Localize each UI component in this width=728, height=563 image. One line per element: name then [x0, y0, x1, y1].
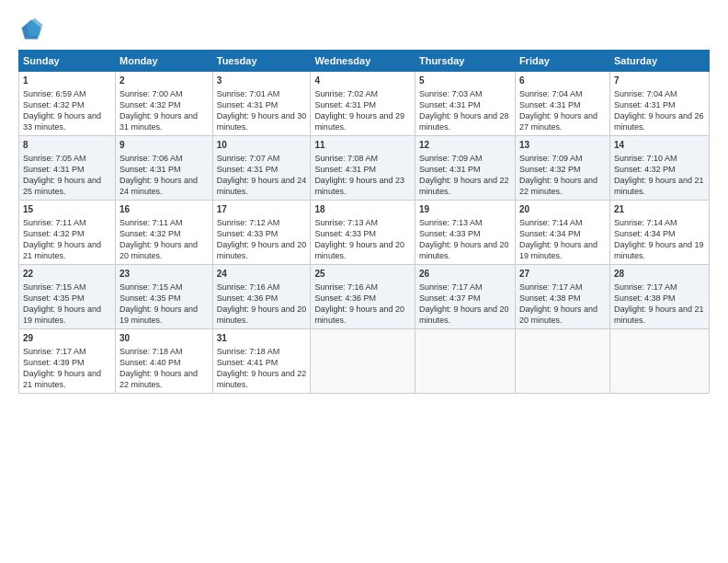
calendar-cell: 12Sunrise: 7:09 AMSunset: 4:31 PMDayligh…: [415, 136, 515, 201]
day-number: 16: [119, 203, 209, 216]
sunrise-label: Sunrise: 7:17 AM: [519, 282, 583, 292]
sunset-label: Sunset: 4:37 PM: [419, 293, 481, 303]
sunset-label: Sunset: 4:36 PM: [314, 293, 376, 303]
day-number: 12: [419, 139, 511, 152]
daylight-label: Daylight: 9 hours and 26 minutes.: [614, 111, 704, 132]
sunrise-label: Sunrise: 7:08 AM: [314, 154, 378, 163]
daylight-label: Daylight: 9 hours and 20 minutes.: [217, 304, 307, 325]
daylight-label: Daylight: 9 hours and 19 minutes.: [519, 240, 597, 260]
sunset-label: Sunset: 4:36 PM: [217, 293, 279, 303]
sunset-label: Sunset: 4:31 PM: [419, 165, 481, 174]
sunset-label: Sunset: 4:33 PM: [314, 229, 376, 238]
sunset-label: Sunset: 4:32 PM: [614, 165, 676, 174]
sunrise-label: Sunrise: 7:15 AM: [119, 282, 183, 292]
sunrise-label: Sunrise: 7:13 AM: [419, 218, 483, 227]
calendar-cell: 10Sunrise: 7:07 AMSunset: 4:31 PMDayligh…: [212, 136, 311, 201]
sunset-label: Sunset: 4:38 PM: [519, 293, 581, 303]
calendar-cell: [515, 329, 609, 394]
day-number: 17: [217, 203, 307, 216]
day-number: 22: [23, 268, 111, 281]
calendar-cell: 9Sunrise: 7:06 AMSunset: 4:31 PMDaylight…: [116, 136, 213, 201]
calendar-cell: 23Sunrise: 7:15 AMSunset: 4:35 PMDayligh…: [116, 265, 213, 329]
sunset-label: Sunset: 4:31 PM: [119, 165, 181, 174]
sunrise-label: Sunrise: 7:05 AM: [23, 154, 86, 163]
sunset-label: Sunset: 4:31 PM: [419, 100, 481, 109]
sunset-label: Sunset: 4:31 PM: [314, 165, 376, 174]
day-number: 9: [119, 139, 209, 152]
calendar-header: SundayMondayTuesdayWednesdayThursdayFrid…: [19, 51, 710, 72]
sunset-label: Sunset: 4:31 PM: [217, 165, 279, 174]
day-number: 2: [119, 75, 209, 87]
calendar-cell: 20Sunrise: 7:14 AMSunset: 4:34 PMDayligh…: [515, 201, 609, 265]
daylight-label: Daylight: 9 hours and 20 minutes.: [419, 304, 509, 325]
sunset-label: Sunset: 4:32 PM: [23, 229, 85, 238]
daylight-label: Daylight: 9 hours and 31 minutes.: [119, 111, 198, 132]
daylight-label: Daylight: 9 hours and 28 minutes.: [419, 111, 509, 132]
sunset-label: Sunset: 4:31 PM: [23, 165, 85, 174]
sunrise-label: Sunrise: 7:17 AM: [23, 347, 86, 356]
sunset-label: Sunset: 4:31 PM: [314, 100, 376, 109]
calendar-cell: 3Sunrise: 7:01 AMSunset: 4:31 PMDaylight…: [212, 72, 311, 136]
daylight-label: Daylight: 9 hours and 24 minutes.: [217, 176, 307, 196]
calendar-cell: 30Sunrise: 7:18 AMSunset: 4:40 PMDayligh…: [116, 329, 213, 394]
sunrise-label: Sunrise: 7:07 AM: [217, 154, 280, 163]
day-number: 23: [119, 268, 209, 281]
sunset-label: Sunset: 4:35 PM: [23, 293, 85, 303]
calendar-cell: 28Sunrise: 7:17 AMSunset: 4:38 PMDayligh…: [609, 265, 709, 329]
calendar-cell: 7Sunrise: 7:04 AMSunset: 4:31 PMDaylight…: [609, 72, 709, 136]
daylight-label: Daylight: 9 hours and 19 minutes.: [119, 304, 198, 325]
calendar-cell: 18Sunrise: 7:13 AMSunset: 4:33 PMDayligh…: [311, 201, 415, 265]
calendar-cell: 21Sunrise: 7:14 AMSunset: 4:34 PMDayligh…: [609, 201, 709, 265]
day-number: 7: [614, 75, 705, 87]
sunset-label: Sunset: 4:34 PM: [614, 229, 676, 238]
daylight-label: Daylight: 9 hours and 23 minutes.: [314, 176, 404, 196]
calendar-cell: 16Sunrise: 7:11 AMSunset: 4:32 PMDayligh…: [116, 201, 213, 265]
day-number: 1: [23, 75, 111, 87]
day-number: 28: [614, 268, 705, 281]
day-number: 13: [519, 139, 606, 152]
daylight-label: Daylight: 9 hours and 22 minutes.: [419, 176, 509, 196]
calendar-cell: 15Sunrise: 7:11 AMSunset: 4:32 PMDayligh…: [19, 201, 116, 265]
sunrise-label: Sunrise: 7:00 AM: [119, 89, 183, 98]
day-number: 31: [217, 332, 307, 345]
sunrise-label: Sunrise: 7:18 AM: [119, 347, 183, 356]
week-row-5: 29Sunrise: 7:17 AMSunset: 4:39 PMDayligh…: [19, 329, 710, 394]
daylight-label: Daylight: 9 hours and 20 minutes.: [119, 240, 198, 260]
day-number: 8: [23, 139, 111, 152]
daylight-label: Daylight: 9 hours and 33 minutes.: [23, 111, 101, 132]
sunset-label: Sunset: 4:35 PM: [119, 293, 181, 303]
day-number: 29: [23, 332, 111, 345]
day-number: 27: [519, 268, 606, 281]
sunset-label: Sunset: 4:39 PM: [23, 358, 85, 367]
col-header-tuesday: Tuesday: [212, 51, 311, 72]
daylight-label: Daylight: 9 hours and 22 minutes.: [519, 176, 597, 196]
day-number: 26: [419, 268, 511, 281]
day-number: 10: [217, 139, 307, 152]
calendar-cell: 17Sunrise: 7:12 AMSunset: 4:33 PMDayligh…: [212, 201, 311, 265]
sunrise-label: Sunrise: 7:09 AM: [419, 154, 483, 163]
day-number: 18: [314, 203, 411, 216]
col-header-saturday: Saturday: [609, 51, 709, 72]
sunrise-label: Sunrise: 7:11 AM: [119, 218, 183, 227]
sunset-label: Sunset: 4:41 PM: [217, 358, 279, 367]
calendar-cell: 11Sunrise: 7:08 AMSunset: 4:31 PMDayligh…: [311, 136, 415, 201]
calendar-cell: 25Sunrise: 7:16 AMSunset: 4:36 PMDayligh…: [311, 265, 415, 329]
sunrise-label: Sunrise: 7:10 AM: [614, 154, 677, 163]
calendar-cell: 27Sunrise: 7:17 AMSunset: 4:38 PMDayligh…: [515, 265, 609, 329]
calendar-cell: [415, 329, 515, 394]
daylight-label: Daylight: 9 hours and 24 minutes.: [119, 176, 198, 196]
sunrise-label: Sunrise: 7:14 AM: [519, 218, 583, 227]
day-number: 25: [314, 268, 411, 281]
daylight-label: Daylight: 9 hours and 21 minutes.: [614, 304, 704, 325]
daylight-label: Daylight: 9 hours and 30 minutes.: [217, 111, 307, 132]
week-row-3: 15Sunrise: 7:11 AMSunset: 4:32 PMDayligh…: [19, 201, 710, 265]
daylight-label: Daylight: 9 hours and 27 minutes.: [519, 111, 597, 132]
day-number: 15: [23, 203, 111, 216]
daylight-label: Daylight: 9 hours and 25 minutes.: [23, 176, 101, 196]
sunrise-label: Sunrise: 7:02 AM: [314, 89, 378, 98]
col-header-friday: Friday: [515, 51, 609, 72]
sunrise-label: Sunrise: 7:17 AM: [419, 282, 483, 292]
day-number: 4: [314, 75, 411, 87]
calendar-body: 1Sunrise: 6:59 AMSunset: 4:32 PMDaylight…: [19, 72, 710, 394]
week-row-2: 8Sunrise: 7:05 AMSunset: 4:31 PMDaylight…: [19, 136, 710, 201]
